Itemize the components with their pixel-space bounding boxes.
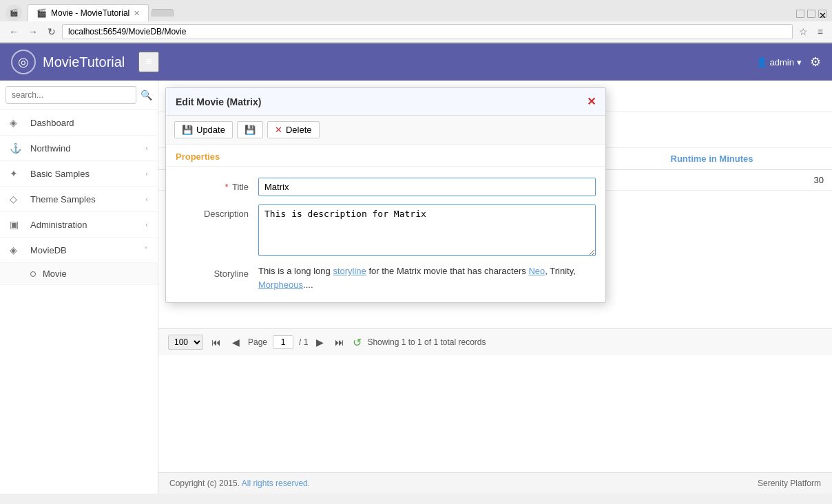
tab-favicon: 🎬 — [37, 8, 47, 18]
sidebar-item-northwind[interactable]: ⚓ Northwind ‹ — [0, 136, 158, 161]
rights-text: All rights reserved. — [242, 479, 310, 488]
description-label: Description — [176, 204, 258, 219]
app-logo: ◎ MovieTutorial — [11, 50, 125, 74]
app-container: ◎ MovieTutorial ≡ 👤 admin ▾ ⚙ 🔍 ◈ Dashbo… — [0, 43, 832, 494]
sidebar-search-input[interactable] — [6, 86, 136, 104]
minimize-btn[interactable] — [796, 10, 804, 18]
northwind-icon: ⚓ — [10, 143, 23, 154]
star-btn[interactable]: ☆ — [795, 25, 811, 39]
storyline-link[interactable]: storyline — [333, 266, 366, 276]
page-label: Page — [248, 337, 267, 347]
sidebar-item-dashboard[interactable]: ◈ Dashboard — [0, 110, 158, 136]
browser-controls: ← → ↻ ☆ ≡ — [0, 21, 832, 43]
storyline-form-row: Storyline This is a long long storyline … — [166, 260, 605, 295]
modal-toolbar: 💾 Update 💾 ✕ Delete — [166, 116, 605, 145]
sidebar-item-label: Administration — [30, 220, 145, 230]
description-textarea[interactable]: This is description for Matrix — [258, 204, 596, 256]
forward-btn[interactable]: → — [25, 25, 41, 39]
storyline-text-mid: for the Matrix movie that has characters — [366, 266, 529, 276]
tab-title: Movie - MovieTutorial — [51, 8, 129, 18]
refresh-btn[interactable]: ↻ — [44, 25, 59, 39]
storyline-end: .... — [303, 280, 313, 290]
admin-label: admin — [770, 57, 794, 67]
title-form-row: * Title — [166, 174, 605, 200]
browser-titlebar: 🎬 🎬 Movie - MovieTutorial ✕ ✕ — [0, 0, 832, 21]
description-label-text: Description — [204, 209, 249, 219]
app-body: 🔍 ◈ Dashboard ⚓ Northwind ‹ ✦ Basic Samp… — [0, 81, 832, 494]
refresh-records-icon[interactable]: ↺ — [353, 336, 362, 349]
close-btn[interactable]: ✕ — [818, 10, 826, 18]
browser-chrome: 🎬 🎬 Movie - MovieTutorial ✕ ✕ ← → ↻ ☆ ≡ — [0, 0, 832, 43]
search-box: 🔍 — [0, 81, 158, 110]
next-page-btn[interactable]: ▶ — [313, 335, 326, 349]
update-icon: 💾 — [182, 125, 193, 135]
app-footer: Copyright (c) 2015. All rights reserved.… — [158, 472, 832, 494]
prev-page-btn[interactable]: ◀ — [229, 335, 242, 349]
chevron-down-icon: ˅ — [144, 246, 148, 255]
storyline-label-text: Storyline — [214, 269, 249, 279]
chevron-right-icon: ‹ — [145, 144, 148, 152]
pagination-bar: 100 25 50 ⏮ ◀ Page / 1 ▶ ⏭ ↺ Showing 1 t… — [158, 328, 832, 355]
neo-link[interactable]: Neo — [528, 266, 545, 276]
browser-menu-btn[interactable]: ≡ — [814, 25, 826, 39]
modal-body: Properties * Title Description — [166, 145, 605, 302]
sidebar-item-moviedb[interactable]: ◈ MovieDB ˅ — [0, 238, 158, 263]
sidebar-search-btn[interactable]: 🔍 — [141, 90, 152, 101]
storyline-content: This is a long long storyline for the Ma… — [258, 264, 596, 291]
restore-btn[interactable] — [807, 10, 815, 18]
title-input[interactable] — [258, 178, 596, 196]
admin-menu-btn[interactable]: 👤 admin ▾ — [756, 57, 802, 67]
address-bar[interactable] — [62, 24, 793, 39]
delete-icon: ✕ — [275, 125, 282, 135]
moviedb-icon: ◈ — [10, 244, 23, 255]
morpheous-link[interactable]: Morpheous — [258, 280, 303, 290]
sidebar-item-administration[interactable]: ▣ Administration ‹ — [0, 212, 158, 238]
delete-btn[interactable]: ✕ Delete — [267, 121, 320, 138]
dashboard-icon: ◈ — [10, 117, 23, 128]
back-btn[interactable]: ← — [6, 25, 22, 39]
modal-close-btn[interactable]: ✕ — [587, 95, 596, 108]
theme-samples-icon: ◇ — [10, 193, 23, 204]
footer-brand: Serenity Platform — [758, 479, 821, 488]
save-icon-btn[interactable]: 💾 — [237, 121, 263, 138]
col-runtime[interactable]: Runtime in Minutes — [663, 148, 832, 170]
sidebar-item-label: Basic Samples — [30, 169, 145, 179]
update-btn[interactable]: 💾 Update — [174, 121, 233, 138]
chevron-right-icon: ‹ — [145, 220, 148, 229]
browser-favicon: 🎬 — [6, 5, 22, 21]
cell-runtime: 30 — [663, 170, 832, 191]
hamburger-btn[interactable]: ≡ — [138, 52, 158, 72]
modal-section-label: Properties — [166, 145, 605, 167]
sidebar-item-label: Dashboard — [30, 118, 148, 128]
logo-icon: ◎ — [11, 50, 36, 74]
admin-chevron-icon: ▾ — [797, 57, 802, 67]
sidebar-item-basic-samples[interactable]: ✦ Basic Samples ‹ — [0, 161, 158, 187]
delete-btn-label: Delete — [286, 125, 312, 135]
storyline-comma: , Trinity, — [545, 266, 576, 276]
main-wrapper: Movie 🔍 ⊕ New Movie ⟳ ⊞ — [158, 81, 832, 494]
edit-movie-dialog: Edit Movie (Matrix) ✕ 💾 Update 💾 ✕ — [165, 87, 606, 303]
save-icon: 💾 — [245, 125, 256, 135]
basic-samples-icon: ✦ — [10, 168, 23, 179]
storyline-text-before: This is a long long — [258, 266, 333, 276]
browser-tab-active[interactable]: 🎬 Movie - MovieTutorial ✕ — [28, 4, 149, 21]
browser-tab-inactive[interactable] — [152, 9, 174, 17]
sidebar-item-theme-samples[interactable]: ◇ Theme Samples ‹ — [0, 187, 158, 212]
title-label: * Title — [176, 178, 258, 192]
first-page-btn[interactable]: ⏮ — [209, 335, 224, 349]
sidebar-item-label: MovieDB — [30, 245, 144, 255]
share-icon-btn[interactable]: ⚙ — [810, 54, 821, 70]
page-size-select[interactable]: 100 25 50 — [168, 335, 203, 350]
update-btn-label: Update — [196, 125, 225, 135]
sidebar: 🔍 ◈ Dashboard ⚓ Northwind ‹ ✦ Basic Samp… — [0, 81, 158, 494]
header-right: 👤 admin ▾ ⚙ — [756, 54, 821, 70]
page-input[interactable] — [273, 335, 293, 349]
chevron-right-icon: ‹ — [145, 169, 148, 178]
copyright-text: Copyright (c) 2015. — [169, 479, 240, 488]
bullet-icon — [30, 271, 36, 277]
last-page-btn[interactable]: ⏭ — [332, 335, 347, 349]
tab-close-btn[interactable]: ✕ — [134, 9, 140, 18]
footer-copyright: Copyright (c) 2015. All rights reserved. — [169, 479, 310, 488]
administration-icon: ▣ — [10, 219, 23, 230]
sidebar-item-movie[interactable]: Movie — [0, 263, 158, 285]
